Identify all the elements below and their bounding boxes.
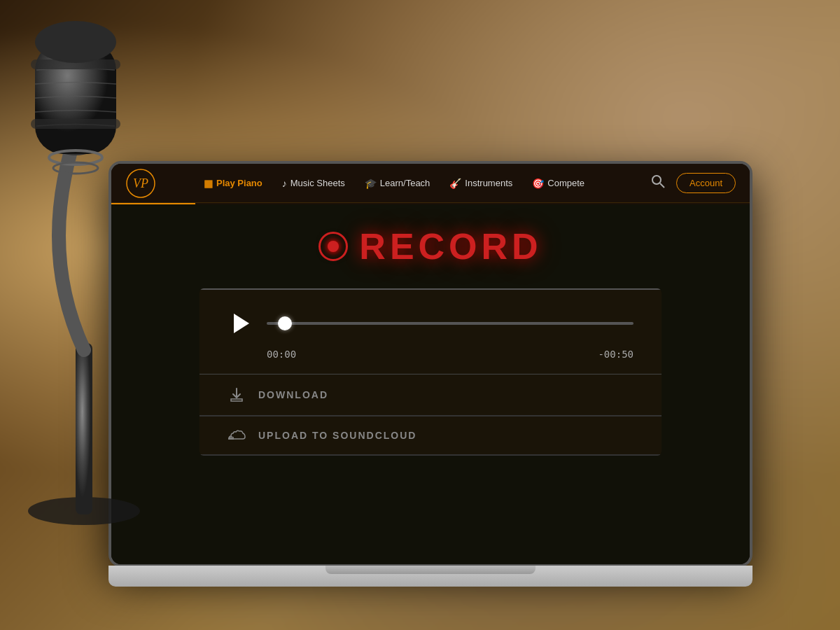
svg-point-11 (652, 176, 661, 184)
learn-teach-icon: 🎓 (365, 178, 377, 189)
logo-icon: VP (125, 168, 156, 199)
player-inner: 00:00 -00:50 (200, 290, 662, 374)
nav-compete[interactable]: 🎯 Compete (524, 174, 593, 193)
nav-items: ▦ Play Piano ♪ Music Sheets 🎓 Learn/Teac… (195, 174, 648, 193)
nav-music-sheets[interactable]: ♪ Music Sheets (274, 174, 354, 193)
download-label: DOWNLOAD (258, 389, 328, 400)
instruments-icon: 🎸 (449, 178, 461, 189)
download-row[interactable]: DOWNLOAD (200, 374, 662, 416)
progress-bar[interactable] (267, 321, 634, 326)
laptop: VP ▦ Play Piano ♪ Music Sheets 🎓 Learn/T… (108, 161, 752, 595)
play-button[interactable] (227, 311, 253, 336)
download-icon (227, 387, 246, 402)
laptop-base (108, 566, 752, 587)
app-container: VP ▦ Play Piano ♪ Music Sheets 🎓 Learn/T… (111, 164, 750, 564)
music-sheets-icon: ♪ (282, 178, 287, 189)
music-sheets-label: Music Sheets (290, 178, 345, 188)
soundcloud-row[interactable]: UPLOAD TO SOUNDCLOUD (200, 416, 662, 455)
bottom-divider (200, 455, 662, 456)
progress-thumb[interactable] (278, 316, 292, 330)
play-piano-icon: ▦ (204, 178, 213, 189)
time-row: 00:00 -00:50 (267, 349, 634, 360)
compete-icon: 🎯 (532, 178, 544, 189)
svg-text:VP: VP (133, 176, 148, 190)
current-time: 00:00 (267, 349, 296, 360)
instruments-label: Instruments (465, 178, 512, 188)
search-icon (651, 174, 665, 188)
player-controls (227, 311, 634, 336)
nav-learn-teach[interactable]: 🎓 Learn/Teach (356, 174, 439, 193)
learn-teach-label: Learn/Teach (380, 178, 430, 188)
player-container: 00:00 -00:50 DOWNLOAD (200, 288, 662, 456)
main-content: RECORD (111, 204, 750, 564)
laptop-hinge (326, 566, 536, 574)
record-title-area: RECORD (318, 225, 542, 267)
nav-right: Account (648, 172, 736, 195)
nav-play-piano[interactable]: ▦ Play Piano (195, 174, 271, 193)
play-triangle-icon (234, 314, 249, 333)
play-piano-label: Play Piano (216, 178, 262, 188)
account-button[interactable]: Account (676, 173, 736, 193)
progress-track (267, 322, 634, 325)
soundcloud-label: UPLOAD TO SOUNDCLOUD (258, 430, 416, 441)
remaining-time: -00:50 (598, 349, 634, 360)
nav-instruments[interactable]: 🎸 Instruments (441, 174, 521, 193)
soundcloud-icon (227, 429, 246, 442)
record-circle-icon (318, 232, 348, 261)
search-button[interactable] (648, 172, 668, 195)
navbar: VP ▦ Play Piano ♪ Music Sheets 🎓 Learn/T… (111, 164, 750, 203)
compete-label: Compete (547, 178, 584, 188)
record-title-text: RECORD (359, 225, 542, 267)
svg-line-12 (660, 183, 664, 188)
logo[interactable]: VP (125, 168, 181, 199)
laptop-screen: VP ▦ Play Piano ♪ Music Sheets 🎓 Learn/T… (108, 161, 752, 567)
